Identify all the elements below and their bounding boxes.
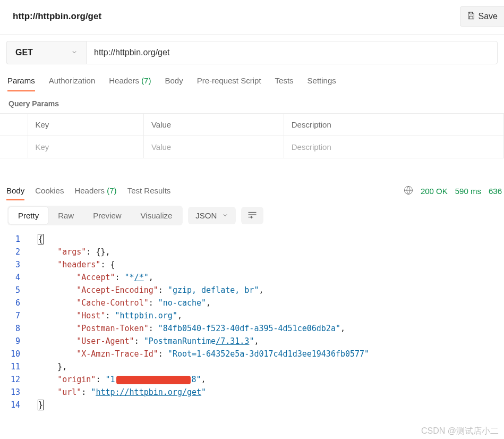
request-title: http://httpbin.org/get — [13, 11, 101, 22]
status-code: 200 OK — [421, 187, 448, 196]
tab-body[interactable]: Body — [165, 71, 183, 91]
resp-tab-cookies[interactable]: Cookies — [35, 182, 64, 200]
col-key: Key — [28, 114, 143, 136]
save-label: Save — [479, 12, 498, 21]
tab-headers[interactable]: Headers (7) — [109, 71, 151, 91]
key-cell[interactable]: Key — [28, 136, 143, 158]
view-preview[interactable]: Preview — [83, 207, 131, 224]
resp-tab-headers[interactable]: Headers (7) — [74, 182, 116, 200]
col-value: Value — [143, 114, 284, 136]
save-icon — [467, 11, 475, 22]
url-input[interactable] — [86, 41, 498, 64]
tab-authorization[interactable]: Authorization — [49, 71, 96, 91]
view-visualize[interactable]: Visualize — [131, 207, 182, 224]
table-row[interactable]: Key Value Description — [0, 136, 504, 158]
method-value: GET — [15, 48, 33, 57]
desc-cell[interactable]: Description — [284, 136, 503, 158]
response-size: 636 — [489, 187, 502, 196]
tab-settings[interactable]: Settings — [307, 71, 336, 91]
query-params-title: Query Params — [0, 92, 504, 113]
save-button[interactable]: Save — [460, 6, 504, 27]
view-mode-segment: Pretty Raw Preview Visualize — [7, 206, 183, 225]
response-time: 590 ms — [455, 187, 481, 196]
view-raw[interactable]: Raw — [48, 207, 83, 224]
value-cell[interactable]: Value — [143, 136, 284, 158]
tab-params[interactable]: Params — [7, 71, 35, 91]
tab-prerequest[interactable]: Pre-request Script — [197, 71, 261, 91]
chevron-down-icon — [71, 48, 78, 57]
redacted-ip — [116, 376, 191, 384]
format-select[interactable]: JSON — [188, 207, 236, 224]
response-body[interactable]: 1{ 2 "args": {}, 3 "headers": { 4 "Accep… — [0, 231, 504, 416]
query-params-table: Key Value Description Key Value Descript… — [0, 113, 504, 158]
tab-tests[interactable]: Tests — [275, 71, 294, 91]
method-select[interactable]: GET — [6, 41, 86, 64]
col-desc: Description — [284, 114, 503, 136]
resp-tab-body[interactable]: Body — [6, 182, 24, 200]
wrap-lines-button[interactable] — [241, 207, 263, 224]
chevron-down-icon — [222, 211, 228, 220]
resp-tab-tests[interactable]: Test Results — [127, 182, 171, 200]
globe-icon[interactable] — [404, 185, 413, 197]
view-pretty[interactable]: Pretty — [8, 207, 48, 224]
